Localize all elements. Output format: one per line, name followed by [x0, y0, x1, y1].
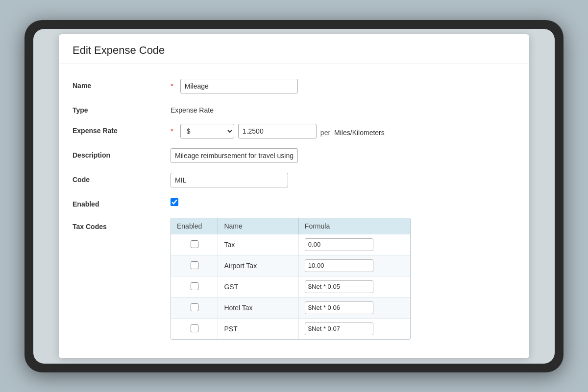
tax-row-tax-name-cell: Tax — [218, 234, 298, 255]
tax-row-pst-enabled-cell — [171, 318, 218, 339]
dialog-window: Edit Expense Code Name * Type Expense Ra… — [59, 34, 529, 358]
tax-row-hotel-formula-input[interactable] — [305, 301, 373, 314]
type-value: Expense Rate — [171, 103, 214, 114]
tax-codes-value-container: Enabled Name Formula Tax — [171, 218, 515, 340]
name-required-marker: * — [171, 82, 173, 90]
tax-row-hotel-tax: Hotel Tax — [171, 297, 410, 318]
tax-row-tax-formula-input[interactable] — [305, 238, 373, 251]
code-label: Code — [73, 173, 171, 184]
tax-row-hotel-checkbox[interactable] — [191, 303, 198, 311]
tax-row-gst-name-cell: GST — [218, 276, 298, 297]
name-value-container: * — [171, 79, 515, 93]
dialog-header: Edit Expense Code — [59, 34, 529, 64]
dialog-body: Name * Type Expense Rate Expense Rate — [59, 64, 529, 358]
expense-rate-label: Expense Rate — [73, 124, 171, 135]
expense-rate-value-input[interactable] — [238, 124, 317, 138]
tax-row-tax-formula-cell — [298, 234, 410, 255]
tax-table-body: Tax Airport Tax — [171, 234, 410, 339]
tax-row-pst: PST — [171, 318, 410, 339]
tax-row-tax-enabled-cell — [171, 234, 218, 255]
device-screen: Edit Expense Code Name * Type Expense Ra… — [33, 29, 555, 364]
expense-rate-unit: Miles/Kilometers — [334, 126, 385, 137]
description-input[interactable] — [171, 148, 298, 163]
code-input[interactable] — [171, 173, 288, 187]
tax-row-hotel-name-cell: Hotel Tax — [218, 297, 298, 318]
enabled-row: Enabled — [73, 192, 515, 213]
tax-table-header-row: Enabled Name Formula — [171, 218, 410, 234]
tax-row-hotel-formula-cell — [298, 297, 410, 318]
name-label: Name — [73, 79, 171, 90]
tax-row-pst-checkbox[interactable] — [191, 324, 198, 332]
per-label: per — [320, 126, 330, 137]
dialog-title: Edit Expense Code — [73, 44, 515, 57]
tax-codes-label: Tax Codes — [73, 218, 171, 231]
type-row: Type Expense Rate — [73, 98, 515, 119]
expense-rate-value-container: * $ per Miles/Kilometers — [171, 124, 515, 138]
type-value-container: Expense Rate — [171, 103, 515, 114]
tax-row-airport-checkbox[interactable] — [191, 261, 198, 269]
tax-row-airport-name-cell: Airport Tax — [218, 255, 298, 276]
tax-row-airport-enabled-cell — [171, 255, 218, 276]
type-label: Type — [73, 103, 171, 114]
description-value-container — [171, 148, 515, 163]
expense-rate-currency-select[interactable]: $ — [180, 124, 234, 138]
tax-header-name: Name — [218, 218, 298, 234]
tax-row-gst-formula-input[interactable] — [305, 280, 373, 293]
tax-row-airport-formula-cell — [298, 255, 410, 276]
tax-header-formula: Formula — [298, 218, 410, 234]
tax-row-airport-name: Airport Tax — [224, 262, 257, 270]
code-row: Code — [73, 168, 515, 192]
tax-header-enabled: Enabled — [171, 218, 218, 234]
tax-table-header: Enabled Name Formula — [171, 218, 410, 234]
tax-row-pst-name: PST — [224, 325, 237, 333]
tax-table-wrapper: Enabled Name Formula Tax — [171, 218, 411, 340]
tax-row-tax: Tax — [171, 234, 410, 255]
tax-row-hotel-enabled-cell — [171, 297, 218, 318]
tax-row-gst: GST — [171, 276, 410, 297]
enabled-checkbox[interactable] — [171, 198, 178, 206]
tax-row-gst-formula-cell — [298, 276, 410, 297]
tax-codes-table: Enabled Name Formula Tax — [171, 218, 410, 339]
tax-row-pst-formula-cell — [298, 318, 410, 339]
tax-row-airport-tax: Airport Tax — [171, 255, 410, 276]
expense-rate-row: Expense Rate * $ per Miles/Kilometers — [73, 119, 515, 143]
tax-row-gst-checkbox[interactable] — [191, 282, 198, 290]
name-input[interactable] — [180, 79, 298, 93]
name-row: Name * — [73, 74, 515, 98]
code-value-container — [171, 173, 515, 187]
expense-rate-required-marker: * — [171, 127, 173, 135]
tax-row-tax-checkbox[interactable] — [191, 240, 198, 248]
enabled-label: Enabled — [73, 197, 171, 208]
tax-codes-row: Tax Codes Enabled Name Formula — [73, 213, 515, 345]
tax-row-tax-name: Tax — [224, 241, 235, 249]
tax-row-gst-name: GST — [224, 283, 238, 291]
tax-row-airport-formula-input[interactable] — [305, 259, 373, 272]
tax-row-hotel-name: Hotel Tax — [224, 304, 252, 312]
tax-row-pst-formula-input[interactable] — [305, 323, 373, 335]
description-label: Description — [73, 148, 171, 159]
tax-row-gst-enabled-cell — [171, 276, 218, 297]
tax-row-pst-name-cell: PST — [218, 318, 298, 339]
enabled-value-container — [171, 197, 515, 206]
description-row: Description — [73, 143, 515, 168]
device-frame: Edit Expense Code Name * Type Expense Ra… — [24, 20, 564, 372]
